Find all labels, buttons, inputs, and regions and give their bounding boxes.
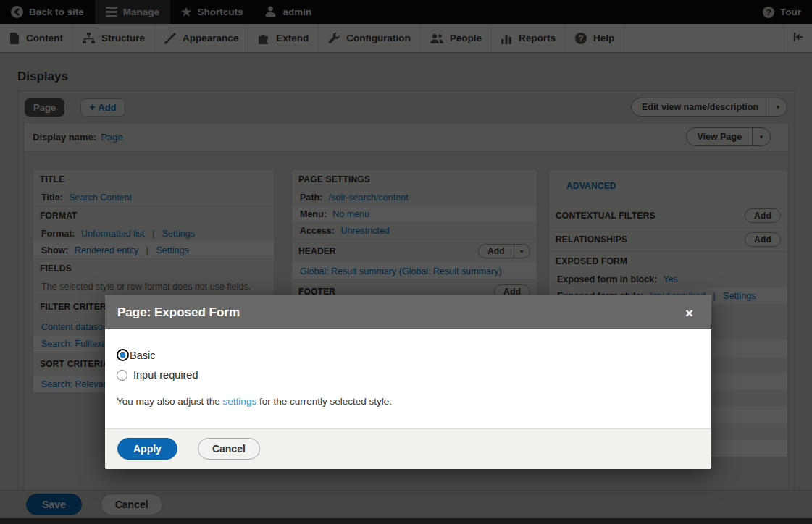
exposed-form-dialog: Page: Exposed Form × Basic Input require…	[105, 295, 711, 469]
dialog-buttonpane: Apply Cancel	[105, 428, 711, 469]
close-icon[interactable]: ×	[684, 306, 695, 320]
dialog-titlebar: Page: Exposed Form ×	[105, 295, 711, 329]
radio-row-basic: Basic	[117, 349, 698, 361]
exposed-form-style-basic-radio[interactable]	[117, 349, 129, 361]
note-text: for the currently selected style.	[256, 396, 392, 407]
dialog-title: Page: Exposed Form	[117, 305, 684, 320]
radio-row-input-required: Input required	[117, 369, 698, 381]
basic-radio-label[interactable]: Basic	[130, 350, 155, 361]
dialog-body: Basic Input required You may also adjust…	[105, 329, 711, 418]
dialog-cancel-button[interactable]: Cancel	[198, 438, 260, 460]
note-text: You may also adjust the	[117, 396, 223, 407]
apply-button[interactable]: Apply	[117, 438, 177, 460]
dialog-note: You may also adjust the settings for the…	[117, 396, 698, 407]
input-required-radio-label[interactable]: Input required	[133, 369, 198, 381]
exposed-form-style-input-required-radio[interactable]	[117, 370, 127, 381]
settings-link[interactable]: settings	[223, 396, 257, 407]
